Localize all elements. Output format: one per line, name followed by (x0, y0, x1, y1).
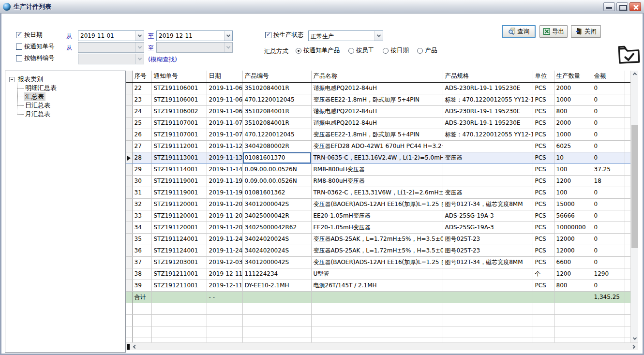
cell-date[interactable]: 2019-12-03 (207, 256, 242, 268)
col-header-name[interactable]: 产品名称 (311, 71, 443, 82)
cell-date[interactable]: 2019-11-19 (207, 175, 242, 187)
cell-no[interactable]: 22 (132, 82, 151, 94)
cell-spec[interactable]: 图号012T-34，磁芯宽度8MM (443, 256, 533, 268)
cell-unit[interactable]: PCS (533, 280, 554, 291)
cell-qty[interactable]: 2000 (554, 82, 592, 94)
cell-qty[interactable]: 6600 (554, 256, 592, 268)
cell-unit[interactable]: PCS (533, 198, 554, 210)
filter-by-status-checkbox[interactable]: 按生产状态 (265, 31, 304, 39)
cell-date[interactable]: 2019-11-20 (207, 198, 242, 210)
cell-unit[interactable]: PCS (533, 129, 554, 140)
cell-code[interactable]: 01081601370 (242, 152, 311, 163)
cell-no[interactable]: 38 (132, 268, 151, 280)
cell-name[interactable]: 电源26T/145T / 2.1MH (311, 280, 443, 291)
cell-no[interactable]: 合计 (132, 291, 151, 303)
cell-name[interactable]: 变压器EE22-1.8mH，卧式加厚 5+4PIN (311, 129, 443, 140)
horizontal-scrollbar[interactable] (126, 342, 638, 350)
col-header-unit[interactable]: 单位 (533, 71, 554, 82)
cell-qty[interactable]: 100 (554, 163, 592, 175)
cell-name[interactable] (311, 291, 443, 303)
cell-no[interactable]: 34 (132, 222, 151, 233)
summary-radio-option[interactable]: 按通知单产品 (296, 46, 340, 55)
cell-qty[interactable]: 1000 (554, 129, 592, 140)
table-row[interactable]: 合计 - - 1,345.25 (126, 291, 630, 303)
cell-code[interactable]: 34024020024S (242, 245, 311, 256)
cell-spec[interactable]: 标签：470.1220012055 YY12-1 (443, 129, 533, 140)
cell-no[interactable]: 35 (132, 233, 151, 245)
cell-unit[interactable]: PCS (533, 187, 554, 198)
col-header-no[interactable]: 序号 (132, 71, 151, 82)
cell-code[interactable]: 34012000042S (242, 256, 311, 268)
status-combo[interactable]: 正常生产 (308, 30, 383, 41)
folder-check-icon[interactable] (616, 42, 642, 66)
cell-code[interactable]: 35102084001R (242, 105, 311, 117)
table-row[interactable]: 39 STZ191211001 2019-12-11 DY-EE10-2.1MH… (126, 280, 630, 291)
cell-notice[interactable]: STZ191113001 (151, 152, 207, 163)
cell-name[interactable]: 谐振电感PQ2012-84uH (311, 117, 443, 129)
row-selector[interactable] (126, 210, 132, 222)
cell-date[interactable]: 2019-11-24 (207, 233, 242, 245)
notice-from-combo[interactable] (78, 42, 144, 53)
cell-notice[interactable]: STZ191203001 (151, 256, 207, 268)
chevron-down-icon[interactable] (135, 54, 144, 64)
cell-amount[interactable]: 1,345.25 (592, 291, 625, 303)
row-selector[interactable] (126, 94, 132, 105)
cell-code[interactable]: 35102084001R (242, 82, 311, 94)
cell-unit[interactable]: PCS (533, 140, 554, 152)
cell-no[interactable]: 30 (132, 175, 151, 187)
table-row[interactable]: 36 STZ191124001 2019-11-24 34024020024S … (126, 245, 630, 256)
cell-name[interactable]: 变压器EFD28 ADO-42W1 670uH PC44 H=3.2+0.4 (311, 140, 443, 152)
cell-qty[interactable]: 1200 (554, 268, 592, 280)
cell-code[interactable]: 470.1220012045 (242, 129, 311, 140)
cell-name[interactable]: RM8-800uH变压器 (311, 163, 443, 175)
cell-code[interactable]: 111224234 (242, 268, 311, 280)
summary-radio-option[interactable]: 按员工 (348, 46, 374, 55)
table-row[interactable]: 38 STZ191211001 2019-12-11 111224234 U型管… (126, 268, 630, 280)
cell-name[interactable]: EE20-1.05mH变压器 (311, 222, 443, 233)
cell-code[interactable]: 34025000042R62 (242, 222, 311, 233)
cell-amount[interactable]: 1290 (592, 268, 625, 280)
cell-unit[interactable]: PCS (533, 163, 554, 175)
cell-code[interactable]: 01081601362 (242, 187, 311, 198)
table-row[interactable]: 23 STZ191106001 2019-11-06 470.122001204… (126, 94, 630, 105)
table-row[interactable]: 37 STZ191203001 2019-12-03 34012000042S … (126, 256, 630, 268)
cell-unit[interactable]: PCS (533, 222, 554, 233)
cell-notice[interactable] (151, 291, 207, 303)
cell-qty[interactable]: 800 (554, 280, 592, 291)
filter-by-material-checkbox[interactable]: 按物料编号 (16, 54, 55, 62)
tree-item[interactable]: 汇总表 (17, 92, 123, 101)
chevron-down-icon[interactable] (135, 31, 144, 41)
cell-amount[interactable]: 0 (592, 105, 625, 117)
vertical-scrollbar-thumb[interactable] (631, 125, 638, 248)
cell-code[interactable]: 34025000042R (242, 210, 311, 222)
row-selector[interactable] (126, 105, 132, 117)
cell-unit[interactable]: PCS (533, 152, 554, 163)
cell-code[interactable]: 0.09.00.00.0526N (242, 163, 311, 175)
cell-spec[interactable]: ADS-230RL-19-1 195230E (443, 105, 533, 117)
cell-date[interactable]: 2019-11-13 (207, 152, 242, 163)
cell-qty[interactable]: 10000000 (554, 222, 592, 233)
cell-code[interactable] (242, 291, 311, 303)
cell-amount[interactable]: 0 (592, 94, 625, 105)
cell-name[interactable]: 变压器EE22-1.8mH，卧式加厚 5+4PIN (311, 94, 443, 105)
cell-date[interactable]: 2019-11-20 (207, 210, 242, 222)
cell-date[interactable]: 2019-11-06 (207, 94, 242, 105)
cell-spec[interactable]: 变压器 (443, 152, 533, 163)
cell-qty[interactable]: 6025 (554, 140, 592, 152)
cell-code[interactable]: DY-EE10-2.1MH (242, 280, 311, 291)
row-selector[interactable] (126, 152, 132, 163)
cell-unit[interactable]: PCS (533, 233, 554, 245)
col-header-date[interactable]: 日期 (207, 71, 242, 82)
cell-spec[interactable]: ADS-230RL-19-1 195230E (443, 82, 533, 94)
close-form-button[interactable]: 关闭 (571, 25, 601, 38)
cell-qty[interactable]: 100 (554, 187, 592, 198)
table-row[interactable]: 31 STZ191119001 2019-11-19 01081601362 T… (126, 187, 630, 198)
cell-spec[interactable] (443, 268, 533, 280)
checkbox-icon[interactable] (265, 32, 271, 38)
cell-name[interactable]: RM8-800uH变压器 (311, 175, 443, 187)
cell-amount[interactable]: 0 (592, 117, 625, 129)
cell-spec[interactable]: 标签：470.1220012055 YY12-1 (443, 94, 533, 105)
cell-name[interactable]: U型管 (311, 268, 443, 280)
checkbox-icon[interactable] (16, 55, 22, 61)
cell-date[interactable]: 2019-11-07 (207, 117, 242, 129)
